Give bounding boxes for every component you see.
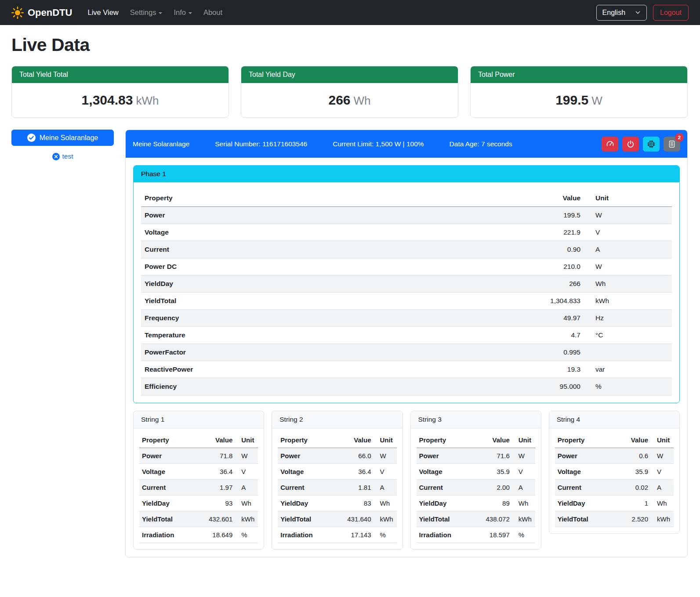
property-cell: Power xyxy=(139,448,197,464)
page-title: Live Data xyxy=(11,35,688,55)
unit-cell: V xyxy=(374,464,397,480)
column-header-property: Property xyxy=(278,432,336,448)
card-total-yield-total: Total Yield Total 1,304.83kWh xyxy=(11,66,229,118)
table-row: Frequency49.97Hz xyxy=(141,310,672,327)
inverter-button-label: Meine Solaranlage xyxy=(40,134,98,142)
nav-item-live-view[interactable]: Live View xyxy=(82,5,124,20)
card-unit: kWh xyxy=(136,94,159,107)
journal-icon xyxy=(668,140,676,148)
logout-button[interactable]: Logout xyxy=(653,5,689,21)
property-cell: YieldDay xyxy=(278,496,336,511)
nav-item-about[interactable]: About xyxy=(198,5,228,20)
unit-cell: V xyxy=(235,464,258,480)
value-cell: 35.9 xyxy=(613,464,651,480)
inverter-select-button[interactable]: Meine Solaranlage xyxy=(11,130,114,146)
nav-item-settings[interactable]: Settings xyxy=(124,5,168,20)
column-header-unit: Unit xyxy=(235,432,258,448)
value-cell: 2.520 xyxy=(613,511,651,527)
property-cell: Irradiation xyxy=(139,527,197,543)
unit-cell: Wh xyxy=(374,496,397,511)
value-cell: 1.97 xyxy=(197,480,235,496)
value-cell: 432.601 xyxy=(197,511,235,527)
unit-cell: Wh xyxy=(584,275,672,293)
value-cell: 0.02 xyxy=(613,480,651,496)
serial-number: Serial Number: 116171603546 xyxy=(215,140,307,148)
unit-cell: W xyxy=(512,448,535,464)
nav-item-info[interactable]: Info xyxy=(168,5,198,20)
unit-cell: kWh xyxy=(235,511,258,527)
unit-cell: Wh xyxy=(651,496,674,511)
property-cell: YieldDay xyxy=(139,496,197,511)
power-button[interactable] xyxy=(622,137,639,152)
value-cell: 2.00 xyxy=(475,480,512,496)
language-select[interactable]: English xyxy=(596,5,647,21)
test-label: test xyxy=(62,152,73,160)
property-cell: ReactivePower xyxy=(141,361,522,378)
property-cell: YieldDay xyxy=(417,496,475,511)
unit-cell: A xyxy=(512,480,535,496)
table-row: Voltage35.9V xyxy=(555,464,674,480)
check-circle-icon xyxy=(27,134,36,142)
card-unit: Wh xyxy=(354,94,371,107)
unit-cell: °C xyxy=(584,327,672,344)
phase-table: Property Value Unit Power199.5WVoltage22… xyxy=(141,190,672,395)
property-cell: YieldTotal xyxy=(417,511,475,527)
value-cell: 199.5 xyxy=(522,207,584,224)
table-row: Irradiation18.597% xyxy=(417,527,535,543)
value-cell: 18.649 xyxy=(197,527,235,543)
column-header-unit: Unit xyxy=(374,432,397,448)
value-cell: 210.0 xyxy=(522,258,584,275)
column-header-value: Value xyxy=(613,432,651,448)
table-header-row: Property Value Unit xyxy=(417,432,535,448)
table-row: YieldTotal432.601kWh xyxy=(139,511,258,527)
unit-cell: W xyxy=(235,448,258,464)
table-row: Temperature4.7°C xyxy=(141,327,672,344)
table-row: Voltage221.9V xyxy=(141,224,672,241)
table-header-row: Property Value Unit xyxy=(141,190,672,207)
unit-cell: kWh xyxy=(512,511,535,527)
card-title: Total Yield Day xyxy=(241,66,458,83)
inverter-name: Meine Solaranlage xyxy=(133,140,189,148)
value-cell: 36.4 xyxy=(197,464,235,480)
value-cell: 438.072 xyxy=(475,511,512,527)
table-row: YieldDay1Wh xyxy=(555,496,674,511)
value-cell: 83 xyxy=(336,496,374,511)
device-info-button[interactable] xyxy=(643,137,660,152)
event-log-button[interactable]: 2 xyxy=(664,137,680,152)
brand[interactable]: OpenDTU xyxy=(11,7,72,19)
column-header-property: Property xyxy=(555,432,613,448)
current-limit: Current Limit: 1,500 W | 100% xyxy=(333,140,424,148)
column-header-property: Property xyxy=(139,432,197,448)
unit-cell: A xyxy=(235,480,258,496)
string-4-card: String 4 Property Value Unit xyxy=(549,411,680,534)
unit-cell: W xyxy=(584,258,672,275)
column-header-unit: Unit xyxy=(512,432,535,448)
value-cell: 221.9 xyxy=(522,224,584,241)
table-row: YieldDay93Wh xyxy=(139,496,258,511)
table-row: Power66.0W xyxy=(278,448,396,464)
unit-cell: % xyxy=(584,378,672,395)
card-value: 1,304.83 xyxy=(82,93,133,107)
value-cell: 93 xyxy=(197,496,235,511)
string-title: String 4 xyxy=(549,411,679,428)
chevron-down-icon xyxy=(635,10,641,15)
data-age: Data Age: 7 seconds xyxy=(450,140,512,148)
column-header-value: Value xyxy=(522,190,584,207)
unit-cell: V xyxy=(512,464,535,480)
value-cell: 266 xyxy=(522,275,584,293)
property-cell: Voltage xyxy=(555,464,613,480)
value-cell: 71.8 xyxy=(197,448,235,464)
phase-1-card: Phase 1 Property Value Unit Power199.5WV… xyxy=(133,165,680,403)
inverter-panel-header: Meine Solaranlage Serial Number: 1161716… xyxy=(126,130,687,158)
value-cell: 17.143 xyxy=(336,527,374,543)
value-cell: 66.0 xyxy=(336,448,374,464)
table-row: YieldTotal2.520kWh xyxy=(555,511,674,527)
card-title: Total Yield Total xyxy=(12,66,228,83)
table-row: YieldTotal1,304.833kWh xyxy=(141,293,672,310)
unit-cell: A xyxy=(374,480,397,496)
unit-cell: V xyxy=(651,464,674,480)
sidebar-item-test[interactable]: test xyxy=(11,152,114,160)
limit-settings-button[interactable] xyxy=(602,137,618,152)
value-cell: 36.4 xyxy=(336,464,374,480)
property-cell: YieldTotal xyxy=(555,511,613,527)
